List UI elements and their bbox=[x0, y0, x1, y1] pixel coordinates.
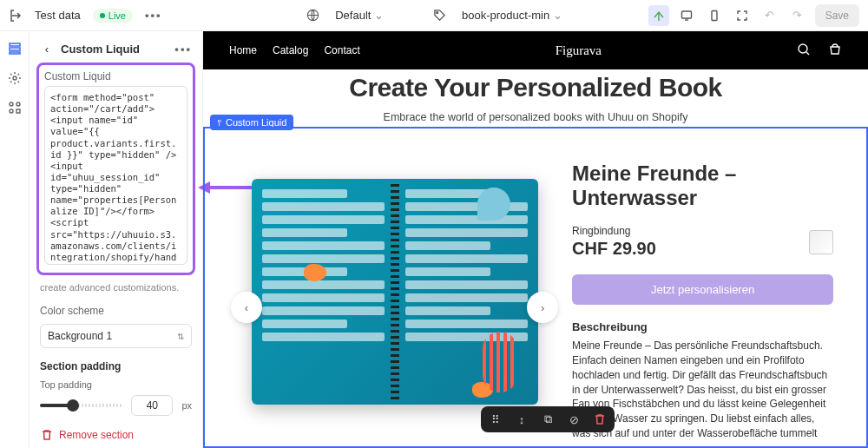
store-logo[interactable]: Figurava bbox=[360, 43, 797, 58]
left-rail bbox=[0, 31, 30, 448]
section-toolbar: ⠿ ↕ ⧉ ⊘ bbox=[481, 406, 615, 432]
toolbar-move-icon[interactable]: ↕ bbox=[514, 412, 529, 427]
remove-section-label: Remove section bbox=[59, 429, 134, 441]
locale-dropdown[interactable]: Default ⌄ bbox=[335, 9, 384, 22]
nav-catalog[interactable]: Catalog bbox=[273, 44, 308, 56]
product-image bbox=[252, 179, 538, 405]
svg-rect-6 bbox=[10, 52, 20, 54]
store-header: Home Catalog Contact Figurava bbox=[203, 31, 868, 69]
apps-icon[interactable] bbox=[8, 101, 22, 115]
tag-icon[interactable] bbox=[432, 9, 446, 23]
hero: Create Your Personalized Book Embrace th… bbox=[203, 69, 868, 132]
liquid-code-input[interactable] bbox=[44, 86, 187, 265]
svg-rect-4 bbox=[10, 43, 20, 46]
sidebar-title: Custom Liquid bbox=[61, 43, 168, 56]
helper-text: create advanced customizations. bbox=[40, 282, 192, 293]
sidebar-more-icon[interactable]: ••• bbox=[174, 43, 192, 56]
remove-section-button[interactable]: Remove section bbox=[40, 428, 192, 442]
toolbar-copy-icon[interactable]: ⧉ bbox=[540, 412, 556, 427]
chevron-updown-icon: ⇅ bbox=[177, 332, 184, 341]
search-icon[interactable] bbox=[797, 43, 811, 59]
px-unit: px bbox=[181, 400, 192, 411]
preview-pane: Home Catalog Contact Figurava Create You… bbox=[203, 31, 868, 448]
color-scheme-value: Background 1 bbox=[48, 330, 112, 342]
topbar: Test data Live ••• Default ⌄ book-produc… bbox=[0, 0, 868, 31]
highlighted-region: Custom Liquid bbox=[36, 63, 195, 275]
svg-point-7 bbox=[13, 76, 16, 80]
desktop-active-icon[interactable] bbox=[648, 5, 669, 26]
svg-rect-3 bbox=[712, 10, 717, 20]
color-scheme-select[interactable]: Background 1 ⇅ bbox=[40, 324, 192, 348]
svg-point-9 bbox=[16, 102, 20, 106]
svg-point-1 bbox=[436, 12, 437, 14]
svg-point-8 bbox=[10, 102, 13, 106]
hero-title: Create Your Personalized Book bbox=[220, 73, 851, 102]
test-data-label: Test data bbox=[35, 9, 81, 22]
template-dropdown[interactable]: book-product-min ⌄ bbox=[462, 9, 562, 22]
save-button[interactable]: Save bbox=[815, 4, 859, 27]
back-icon[interactable]: ‹ bbox=[40, 42, 54, 56]
desktop-icon[interactable] bbox=[676, 5, 697, 26]
svg-rect-5 bbox=[10, 48, 20, 50]
exit-icon[interactable] bbox=[9, 9, 23, 23]
nav-contact[interactable]: Contact bbox=[324, 44, 359, 56]
toolbar-drag-icon[interactable]: ⠿ bbox=[488, 412, 503, 427]
svg-point-10 bbox=[10, 109, 13, 113]
nav-home[interactable]: Home bbox=[229, 44, 257, 56]
section-padding-heading: Section padding bbox=[40, 360, 192, 372]
cart-icon[interactable] bbox=[828, 43, 842, 59]
settings-icon[interactable] bbox=[8, 71, 22, 85]
svg-point-13 bbox=[799, 44, 807, 53]
color-scheme-label: Color scheme bbox=[40, 305, 192, 317]
undo-icon[interactable]: ↶ bbox=[760, 5, 780, 26]
more-icon[interactable]: ••• bbox=[145, 9, 162, 22]
hero-subtitle: Embrace the world of personalized books … bbox=[220, 111, 851, 123]
top-padding-label: Top padding bbox=[40, 379, 192, 390]
trash-icon bbox=[40, 428, 54, 442]
globe-icon[interactable] bbox=[306, 9, 319, 23]
sidebar: ‹ Custom Liquid ••• Custom Liquid create… bbox=[30, 31, 203, 448]
toolbar-delete-icon[interactable] bbox=[592, 412, 608, 427]
svg-rect-2 bbox=[681, 11, 691, 18]
toolbar-hide-icon[interactable]: ⊘ bbox=[566, 412, 582, 427]
live-badge: Live bbox=[93, 9, 133, 23]
gallery-next-button[interactable]: › bbox=[527, 292, 558, 323]
mobile-icon[interactable] bbox=[704, 5, 725, 26]
fullscreen-icon[interactable] bbox=[732, 5, 753, 26]
sections-icon[interactable] bbox=[8, 42, 22, 56]
redo-icon[interactable]: ↷ bbox=[787, 5, 808, 26]
liquid-field-label: Custom Liquid bbox=[44, 70, 187, 82]
gallery-prev-button[interactable]: ‹ bbox=[231, 292, 262, 323]
top-padding-value[interactable]: 40 bbox=[131, 395, 173, 416]
top-padding-slider[interactable] bbox=[40, 404, 122, 407]
product-gallery: ‹ › bbox=[238, 156, 551, 427]
